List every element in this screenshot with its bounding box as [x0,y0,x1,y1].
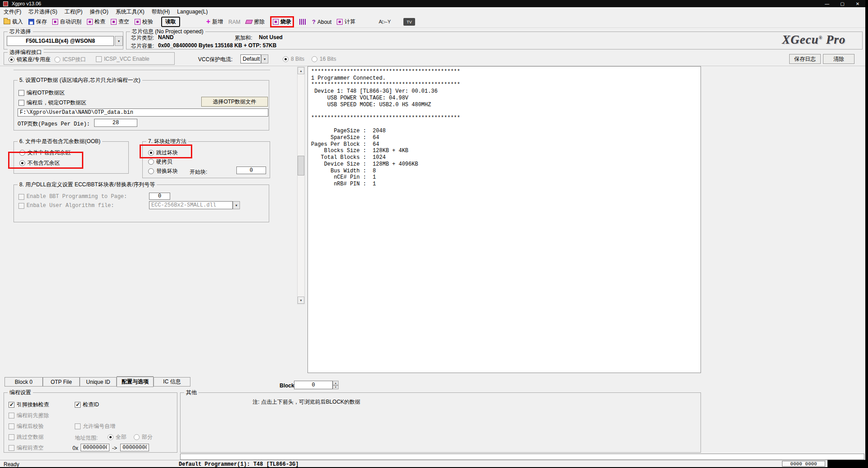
auto-increment-checkbox[interactable]: 允许编号自增 [75,423,115,430]
close-button[interactable]: ✕ [850,1,865,6]
window-title: Xgpro v13.06 [12,1,41,6]
verify-button[interactable]: 校验 [135,18,153,26]
bbt-checkbox[interactable]: Enable BBT Programming to Page: [18,194,127,200]
logic-test-button[interactable]: A▷-Y [379,19,391,25]
addr-all-label: 全部 [116,433,127,441]
replace-bad-block-radio[interactable]: 替换坏块 [148,167,178,175]
menu-help[interactable]: 帮助(H) [148,8,174,16]
ram-button[interactable]: RAM [228,19,240,25]
scrollbar-down-icon[interactable]: ▼ [298,297,304,304]
otp-pages-input[interactable] [94,119,137,127]
menu-operation[interactable]: 操作(O) [86,8,112,16]
otp-file-path-input[interactable] [18,108,268,117]
save-button[interactable]: 保存 [28,18,47,26]
program-label: 烧录 [280,18,291,26]
logo-suffix: Pro [826,33,846,46]
chip-select-dropdown-button[interactable]: ▼ [115,36,123,46]
check-id-checkbox[interactable]: 检查ID [75,401,99,409]
tab-block0[interactable]: Block 0 [5,377,43,387]
clear-log-button[interactable]: 清除 [823,54,854,64]
radio-circle [148,168,154,174]
hard-copy-radio[interactable]: 硬拷贝 [148,158,172,166]
bbt-page-input[interactable] [149,193,170,200]
check-id-label: 检查ID [83,401,99,409]
addr-from-input[interactable] [81,444,109,451]
hex-prefix-label: 0x [72,445,78,451]
interface-group: 选择编程接口 锁紧座/专用座 ICSP接口 ICSP_VCC Enable [4,52,175,65]
select-otp-file-button[interactable]: 选择OTP数据文件 [201,97,268,107]
icsp-radio-label: ICSP接口 [63,56,86,63]
addr-arrow-label: -> [112,445,117,451]
add-button[interactable]: 新增 [206,18,223,26]
tab-config-options[interactable]: 配置与选项 [117,376,154,387]
read-button[interactable]: 读取 [161,17,180,27]
icsp-radio[interactable]: ICSP接口 [54,56,86,63]
start-block-input[interactable] [236,166,266,174]
scrollbar-up-icon[interactable]: ▲ [298,67,304,74]
program-button[interactable]: 烧录 [270,16,294,27]
save-log-button[interactable]: 保存日志 [789,54,821,64]
block-spinner-buttons: ▲ ▼ [333,381,339,389]
erase-before-checkbox[interactable]: 编程前先擦除 [9,412,49,419]
erase-button[interactable]: 擦除 [246,18,265,26]
toolbar: 载入 保存 自动识别 检查 查空 校验 读取 新增 RAM 擦 [0,16,865,28]
spinner-up-icon[interactable]: ▲ [333,381,339,385]
checkbox-box [18,194,24,200]
annotation-highlight-skip-bad-block [140,144,192,158]
tv-button[interactable]: TV [403,18,415,26]
program-otp-checkbox[interactable]: 编程OTP数据区 [18,89,65,97]
log-panel[interactable]: ****************************************… [307,66,701,373]
scrollbar-thumb[interactable] [298,156,304,176]
vcc-dropdown-arrow-icon[interactable]: ▼ [261,54,268,63]
socket-radio-label: 锁紧座/专用座 [17,56,50,63]
check-button[interactable]: 检查 [87,18,105,26]
menu-project[interactable]: 工程(P) [61,8,86,16]
tab-otp-file[interactable]: OTP File [43,377,80,387]
checkbox-box [96,56,102,62]
serial-button[interactable] [299,19,307,25]
minimize-button[interactable]: — [819,1,835,6]
block-spinner-value[interactable]: 0 [294,381,333,389]
lock-otp-checkbox[interactable]: 编程后，锁定OTP数据区 [18,99,86,107]
calc-button[interactable]: 计算 [337,18,355,26]
menu-language[interactable]: Language(L) [173,9,211,15]
menu-chip-select[interactable]: 芯片选择(S) [25,8,61,16]
checkbox-box [75,402,81,408]
spinner-down-icon[interactable]: ▼ [333,385,339,390]
calculator-icon [337,19,343,25]
open-folder-icon [4,19,10,24]
verify-after-checkbox[interactable]: 编程后校验 [9,423,44,430]
pin-check-checkbox[interactable]: 引脚接触检查 [9,401,49,409]
clipped-groupbox-edge [14,70,270,70]
addr-to-input[interactable] [120,444,149,451]
chip-select-value[interactable]: F50L1G41LB(x4) @WSON8 [7,36,114,46]
tab-unique-id[interactable]: Unique ID [80,377,117,387]
user-dll-group: 8. 用户DLL自定义设置 ECC/BBT坏块表/替换表/序列号等 Enable… [14,184,269,222]
otp-pages-label: OTP页数(Pages Per Die): [18,120,90,128]
addr-all-radio[interactable]: 全部 [108,433,127,441]
config-scrollbar[interactable]: ▲ ▼ [297,67,305,304]
bits16-radio[interactable]: 16 Bits [312,56,336,62]
skip-blank-checkbox[interactable]: 跳过空数据 [9,433,44,441]
about-button[interactable]: About [312,18,331,25]
tab-ic-info[interactable]: IC 信息 [154,377,190,387]
screen-corner [827,460,865,467]
bits8-radio[interactable]: 8 Bits [283,56,304,62]
vcc-current-select[interactable]: Default [240,54,261,63]
icsp-vcc-checkbox[interactable]: ICSP_VCC Enable [96,56,149,62]
chip-type-value: NAND [158,34,174,40]
auto-detect-button[interactable]: 自动识别 [52,18,81,26]
blank-check-before-checkbox[interactable]: 编程前查空 [9,444,44,452]
menu-file[interactable]: 文件(F) [0,8,25,16]
blank-check-button[interactable]: 查空 [111,18,129,26]
maximize-button[interactable]: ▢ [835,1,850,6]
pin-check-label: 引脚接触检查 [17,401,49,409]
user-algorithm-checkbox[interactable]: Enbale User Algorithm file: [18,202,114,209]
dll-dropdown-arrow-icon[interactable]: ▼ [233,201,240,209]
dll-select[interactable]: ECC-256Bx2-SMALL.dll [149,201,233,209]
programming-settings-group: 编程设置 引脚接触检查 检查ID 编程前先擦除 编程后校验 允许编号自增 跳过空… [4,392,177,453]
menu-system-tools[interactable]: 系统工具(X) [112,8,148,16]
load-button[interactable]: 载入 [4,18,23,26]
socket-radio[interactable]: 锁紧座/专用座 [9,56,50,63]
addr-partial-radio[interactable]: 部分 [134,433,153,441]
